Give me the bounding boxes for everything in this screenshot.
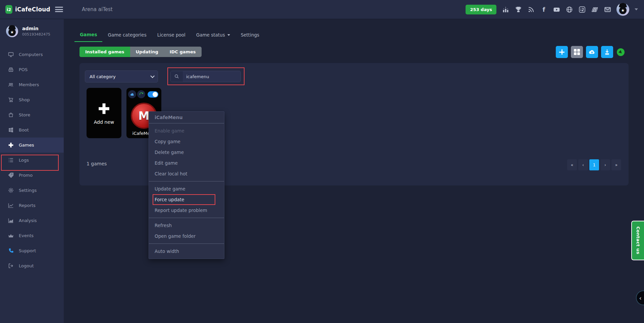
hamburger-menu-icon[interactable] [55,7,63,12]
menu-item-force-update[interactable]: Force update [149,194,224,205]
game-searchbox [170,71,241,82]
sidebar-item-support[interactable]: Support [0,243,64,258]
user-name: admin [22,26,50,31]
sidebar-item-logout[interactable]: Logout [0,258,64,273]
medal-icon: ★ [8,29,16,36]
cloud-icon[interactable] [128,90,136,98]
tab-settings[interactable]: Settings [235,32,265,42]
menu-item-delete-game[interactable]: Delete game [149,147,224,158]
logo-icon: i2 [5,5,12,14]
download-button[interactable] [601,46,613,58]
chevron-left-icon: ‹ [639,294,641,302]
menu-divider [149,218,224,218]
sidebar-user-block[interactable]: ★ admin 005193482475 [0,19,64,42]
cloud-download-icon [588,48,596,56]
search-input[interactable] [183,71,241,82]
grid-view-button[interactable] [571,46,583,58]
contact-us-button[interactable]: Contact us [631,221,644,260]
subtab-idc-games[interactable]: IDC games [164,47,202,57]
sidebar-item-store[interactable]: Store [0,107,64,122]
sidebar-item-analysis[interactable]: Analysis [0,213,64,228]
rss-icon[interactable] [527,6,535,13]
svg-text:f: f [542,6,545,13]
sidebar-item-pos[interactable]: POS [0,62,64,77]
menu-item-copy-game[interactable]: Copy game [149,136,224,147]
add-new-label: Add new [94,119,114,125]
sidebar-item-logs[interactable]: Logs [0,153,64,168]
menu-divider [149,181,224,181]
menu-item-open-game-folder[interactable]: Open game folder [149,231,224,241]
youtube-icon[interactable] [553,6,560,13]
menu-item-auto-width[interactable]: Auto width [149,246,224,257]
crown-icon [8,233,14,238]
license-days-badge[interactable]: 253 days [466,5,496,14]
sidebar-item-members[interactable]: Members [0,77,64,92]
sidebar-item-promo[interactable]: Promo [0,168,64,183]
download-icon [603,48,611,56]
pagination-first-button[interactable]: « [567,159,577,170]
search-icon [171,71,183,82]
menu-divider [149,244,224,244]
icafecloud-icon[interactable] [578,6,586,13]
sidebar-item-boot[interactable]: Boot [0,122,64,138]
menu-item-clear-local-hot[interactable]: Clear local hot [149,168,224,179]
tab-games[interactable]: Games [74,32,102,42]
menu-item-enable-game: Enable game [149,125,224,136]
menu-item-edit-game[interactable]: Edit game [149,158,224,168]
add-new-game-tile[interactable]: Add new [87,88,121,138]
line-chart-icon [8,203,14,208]
sidebar-item-computers[interactable]: Computers [0,47,64,62]
menu-item-report-update-problem[interactable]: Report update problem [149,205,224,216]
menu-item-update-game[interactable]: Update game [149,183,224,194]
medal-icon: ★ [619,7,627,14]
pagination-next-button[interactable]: › [600,159,610,170]
mail-icon[interactable] [604,6,611,13]
game-tile-badges [128,90,158,98]
subtab-updating[interactable]: Updating [130,47,164,57]
trophy-icon[interactable] [515,6,522,13]
user-avatar[interactable]: ★ [616,3,629,16]
sidebar-item-settings[interactable]: Settings [0,183,64,198]
green-arrow-status-icon[interactable] [617,48,625,56]
brand-logo[interactable]: i2 iCafeCloud [0,5,50,14]
sidebar-item-reports[interactable]: Reports [0,198,64,213]
tab-game-categories[interactable]: Game categories [102,32,152,42]
game-context-menu: iCafeMenu Enable game Copy game Delete g… [149,111,224,259]
chevron-down-icon[interactable] [635,8,638,10]
cloud-download-button[interactable] [586,46,598,58]
plus-icon [559,49,565,55]
add-game-button[interactable] [556,46,568,58]
brand-name: iCafeCloud [15,6,50,13]
pagination-last-button[interactable]: » [611,159,621,170]
logout-icon [8,263,14,269]
pagination-prev-button[interactable]: ‹ [578,159,588,170]
tab-license-pool[interactable]: License pool [152,32,191,42]
gear-icon [8,187,14,193]
tag-icon [8,172,14,178]
chevron-down-icon [150,74,155,78]
globe-icon[interactable] [566,6,573,13]
game-enabled-toggle[interactable] [148,91,158,98]
caret-down-icon [227,34,230,36]
sidebar-item-shop[interactable]: Shop [0,92,64,107]
grid-icon [574,49,580,55]
area-chart-icon [8,218,14,223]
windows-icon [8,127,14,133]
sync-icon[interactable] [137,90,145,98]
tab-game-status[interactable]: Game status [191,32,235,42]
collapse-panel-button[interactable]: ‹ [636,290,644,305]
layers-icon[interactable] [591,6,598,13]
facebook-icon[interactable]: f [540,6,547,13]
sidebar-avatar: ★ [6,25,18,37]
monitor-icon [8,52,14,57]
games-count: 1 games [87,161,107,166]
sidebar-item-games[interactable]: Games [0,138,64,153]
ranking-icon[interactable] [502,6,509,13]
subtab-installed-games[interactable]: Installed games [79,47,130,57]
top-header: i2 iCafeCloud Arena aiTest 253 days [0,0,644,19]
category-select[interactable]: All category [85,70,158,83]
sidebar-item-events[interactable]: Events [0,228,64,243]
menu-item-refresh[interactable]: Refresh [149,220,224,231]
games-toolbar [556,46,613,58]
pagination-page-1-button[interactable]: 1 [589,159,599,170]
